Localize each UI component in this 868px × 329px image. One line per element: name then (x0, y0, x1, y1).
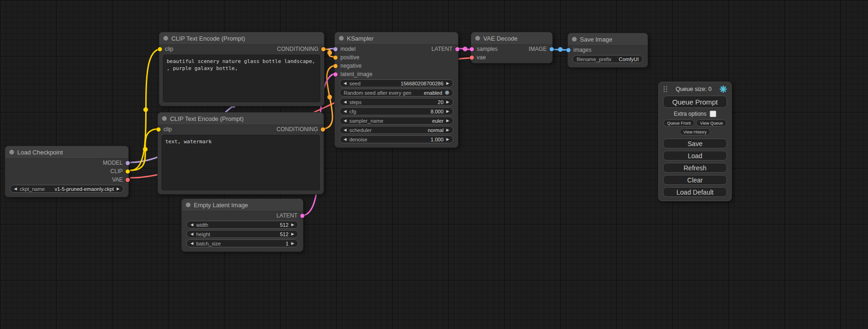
left-arrow-icon[interactable]: ◀ (344, 110, 346, 113)
right-arrow-icon[interactable]: ▶ (446, 110, 449, 113)
output-slot-clip[interactable] (126, 169, 130, 174)
left-arrow-icon[interactable]: ◀ (344, 138, 346, 141)
sampler-name-widget[interactable]: ◀ sampler_name euler ▶ (339, 117, 453, 125)
collapse-dot-icon[interactable] (163, 36, 168, 41)
queue-menu-panel[interactable]: Queue size: 0 Queue Prompt Extra options… (658, 82, 732, 201)
collapse-dot-icon[interactable] (339, 36, 344, 41)
output-label: IMAGE (529, 46, 547, 52)
right-arrow-icon[interactable]: ▶ (291, 232, 294, 236)
right-arrow-icon[interactable]: ▶ (446, 138, 449, 141)
right-arrow-icon[interactable]: ▶ (446, 128, 449, 132)
view-queue-button[interactable]: View Queue (696, 119, 727, 126)
left-arrow-icon[interactable]: ◀ (14, 187, 17, 191)
queue-front-button[interactable]: Queue Front (663, 119, 695, 126)
output-slot-conditioning[interactable] (321, 47, 325, 51)
input-slot-vae[interactable] (470, 56, 474, 60)
batch-size-widget[interactable]: ◀ batch_size 1 ▶ (186, 239, 298, 247)
right-arrow-icon[interactable]: ▶ (446, 100, 449, 104)
node-title-bar[interactable]: CLIP Text Encode (Prompt) (158, 112, 324, 125)
drag-handle-icon[interactable] (663, 85, 668, 93)
output-slot-model[interactable] (126, 161, 130, 165)
scheduler-widget[interactable]: ◀ scheduler normal ▶ (339, 126, 453, 134)
node-title-bar[interactable]: KSampler (335, 32, 458, 45)
filename-prefix-widget[interactable]: filename_prefix ComfyUI (572, 55, 643, 63)
save-button[interactable]: Save (663, 139, 727, 148)
node-title-bar[interactable]: VAE Decode (471, 32, 552, 45)
right-arrow-icon[interactable]: ▶ (446, 119, 449, 123)
ckpt-name-widget[interactable]: ◀ ckpt_name v1-5-pruned-emaonly.ckpt ▶ (10, 185, 124, 193)
toggle-dot-icon[interactable] (445, 91, 449, 95)
output-slot-latent[interactable] (300, 214, 304, 218)
left-arrow-icon[interactable]: ◀ (191, 223, 193, 227)
seed-widget[interactable]: ◀ seed 156680208700286 ▶ (339, 79, 453, 87)
width-widget[interactable]: ◀ width 512 ▶ (186, 221, 298, 229)
input-label: clip (163, 126, 172, 133)
node-title: VAE Decode (483, 35, 517, 42)
output-slot-latent[interactable] (455, 47, 459, 51)
input-slot-clip[interactable] (158, 47, 162, 51)
widget-label: sampler_name (349, 118, 383, 124)
node-title: Load Checkpoint (17, 149, 63, 156)
widget-value: 156680208700286 (401, 81, 444, 86)
cfg-widget[interactable]: ◀ cfg 8.000 ▶ (339, 107, 453, 115)
left-arrow-icon[interactable]: ◀ (344, 100, 346, 104)
settings-gear-icon[interactable] (720, 85, 727, 93)
left-arrow-icon[interactable]: ◀ (344, 82, 346, 85)
node-empty-latent-image[interactable]: Empty Latent Image LATENT ◀ width 512 ▶ … (181, 198, 303, 252)
output-label: CONDITIONING (277, 46, 318, 52)
node-title-bar[interactable]: Save Image (568, 33, 648, 46)
load-default-button[interactable]: Load Default (663, 187, 727, 197)
input-slot-images[interactable] (566, 48, 571, 52)
output-slot-conditioning[interactable] (321, 127, 325, 132)
collapse-dot-icon[interactable] (9, 150, 14, 154)
collapse-dot-icon[interactable] (186, 203, 191, 207)
input-slot-positive[interactable] (333, 56, 338, 60)
node-title-bar[interactable]: Load Checkpoint (5, 146, 128, 159)
right-arrow-icon[interactable]: ▶ (117, 187, 120, 191)
node-clip-text-encode-positive[interactable]: CLIP Text Encode (Prompt) clip CONDITION… (159, 32, 325, 106)
widget-value: 1.000 (430, 137, 444, 142)
load-button[interactable]: Load (663, 151, 727, 161)
collapse-dot-icon[interactable] (475, 36, 480, 41)
random-seed-toggle[interactable]: Random seed after every gen enabled (339, 89, 453, 97)
steps-widget[interactable]: ◀ steps 20 ▶ (339, 98, 453, 106)
left-arrow-icon[interactable]: ◀ (344, 128, 346, 132)
input-slot-model[interactable] (333, 47, 338, 51)
left-arrow-icon[interactable]: ◀ (344, 119, 346, 123)
view-history-button[interactable]: View History (680, 128, 711, 135)
output-label: LATENT (431, 46, 452, 52)
input-slot-clip[interactable] (156, 127, 161, 132)
link-midpoint-dot (143, 147, 148, 152)
right-arrow-icon[interactable]: ▶ (291, 223, 294, 227)
widget-value: 20 (438, 99, 444, 105)
collapse-dot-icon[interactable] (572, 37, 577, 42)
queue-size-label: Queue size: 0 (676, 86, 712, 92)
widget-label: denoise (349, 137, 367, 142)
refresh-button[interactable]: Refresh (663, 163, 727, 173)
input-slot-negative[interactable] (333, 64, 338, 68)
clear-button[interactable]: Clear (663, 175, 727, 185)
output-slot-vae[interactable] (126, 178, 130, 182)
left-arrow-icon[interactable]: ◀ (191, 242, 193, 245)
node-vae-decode[interactable]: VAE Decode samples IMAGE vae (471, 32, 553, 63)
prompt-textarea[interactable]: text, watermark (162, 135, 320, 190)
node-ksampler[interactable]: KSampler model LATENT positive negative … (334, 32, 459, 148)
node-title-bar[interactable]: Empty Latent Image (182, 199, 303, 211)
input-label: model (340, 46, 356, 52)
queue-prompt-button[interactable]: Queue Prompt (663, 96, 727, 108)
right-arrow-icon[interactable]: ▶ (446, 82, 449, 85)
height-widget[interactable]: ◀ height 512 ▶ (186, 230, 298, 238)
extra-options-checkbox[interactable] (710, 111, 716, 117)
denoise-widget[interactable]: ◀ denoise 1.000 ▶ (339, 135, 453, 143)
collapse-dot-icon[interactable] (162, 116, 167, 121)
input-slot-samples[interactable] (470, 47, 474, 51)
output-slot-image[interactable] (550, 47, 554, 51)
input-slot-latent-image[interactable] (333, 72, 338, 77)
node-title-bar[interactable]: CLIP Text Encode (Prompt) (159, 32, 324, 45)
node-save-image[interactable]: Save Image images filename_prefix ComfyU… (567, 33, 648, 68)
node-load-checkpoint[interactable]: Load Checkpoint MODEL CLIP VAE ◀ ckpt_na… (5, 146, 129, 197)
prompt-textarea[interactable]: beautiful scenery nature glass bottle la… (163, 55, 320, 102)
right-arrow-icon[interactable]: ▶ (291, 242, 294, 245)
node-clip-text-encode-negative[interactable]: CLIP Text Encode (Prompt) clip CONDITION… (157, 112, 324, 195)
left-arrow-icon[interactable]: ◀ (191, 232, 193, 236)
